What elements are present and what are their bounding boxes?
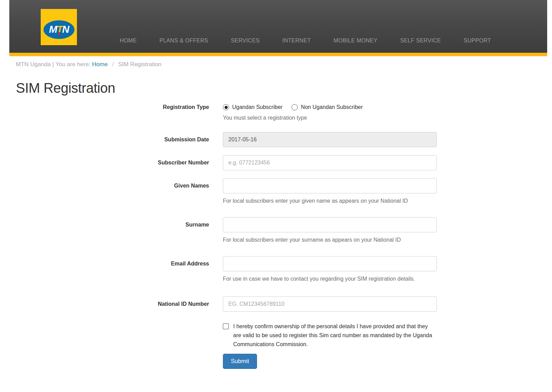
form-row-registration-type: Registration Type Ugandan Subscriber Non… (0, 103, 552, 122)
radio-label-non-ugandan: Non Ugandan Subscriber (301, 104, 363, 110)
nav-item-home[interactable]: HOME (120, 38, 137, 44)
form-row-consent: I hereby confirm ownership of the person… (0, 322, 552, 349)
radio-icon-ugandan-selected[interactable] (223, 104, 229, 110)
breadcrumb-separator: / (112, 61, 114, 68)
registration-type-options: Ugandan Subscriber Non Ugandan Subscribe… (223, 103, 437, 110)
form-row-email: Email Address For use in case we have to… (0, 256, 552, 283)
nav-item-internet[interactable]: INTERNET (282, 38, 310, 44)
site-header: MTN HOME PLANS & OFFERS SERVICES INTERNE… (9, 0, 547, 56)
submission-date-field[interactable] (223, 132, 437, 147)
form-row-national-id: National ID Number (0, 296, 552, 312)
radio-label-ugandan: Ugandan Subscriber (232, 104, 283, 110)
page-title: SIM Registration (16, 80, 552, 96)
logo-letter-m: M (49, 24, 57, 34)
form-row-submission-date: Submission Date (0, 132, 552, 147)
given-names-field[interactable] (223, 178, 437, 193)
subscriber-number-field[interactable] (223, 155, 437, 170)
radio-icon-non-ugandan[interactable] (292, 104, 298, 110)
breadcrumb-prefix: MTN Uganda | You are here: (16, 61, 90, 68)
national-id-field[interactable] (223, 296, 437, 312)
nav-item-support[interactable]: SUPPORT (464, 38, 491, 44)
form-row-given-names: Given Names For local subscribers enter … (0, 178, 552, 205)
surname-field[interactable] (223, 217, 437, 232)
breadcrumb: MTN Uganda | You are here: Home / SIM Re… (16, 61, 552, 68)
main-nav: HOME PLANS & OFFERS SERVICES INTERNET MO… (120, 38, 491, 44)
national-id-label: National ID Number (0, 296, 209, 312)
sim-registration-form: Registration Type Ugandan Subscriber Non… (0, 103, 552, 369)
breadcrumb-home-link[interactable]: Home (92, 61, 108, 68)
subscriber-number-label: Subscriber Number (0, 155, 209, 170)
radio-option-non-ugandan-subscriber[interactable]: Non Ugandan Subscriber (292, 104, 363, 110)
form-row-surname: Surname For local subscribers enter your… (0, 217, 552, 244)
given-names-helper: For local subscribers enter your given n… (223, 197, 437, 205)
consent-label-spacer (0, 322, 209, 349)
radio-option-ugandan-subscriber[interactable]: Ugandan Subscriber (223, 104, 283, 110)
breadcrumb-current: SIM Registration (118, 61, 161, 68)
nav-item-plans-offers[interactable]: PLANS & OFFERS (159, 38, 208, 44)
logo-t-red-accent (58, 32, 60, 35)
email-label: Email Address (0, 256, 209, 283)
consent-checkbox-icon[interactable] (223, 323, 229, 329)
mtn-logo[interactable]: MTN (41, 9, 77, 45)
form-row-subscriber-number: Subscriber Number (0, 155, 552, 170)
mtn-logo-oval: MTN (44, 21, 74, 38)
form-row-submit: Submit (0, 354, 552, 369)
nav-item-self-service[interactable]: SELF SERVICE (400, 38, 441, 44)
surname-label: Surname (0, 217, 209, 244)
registration-type-label: Registration Type (0, 103, 209, 122)
nav-item-mobile-money[interactable]: MOBILE MONEY (334, 38, 377, 44)
given-names-label: Given Names (0, 178, 209, 205)
surname-helper: For local subscribers enter your surname… (223, 235, 437, 244)
logo-letter-n: N (62, 24, 69, 34)
email-helper: For use in case we have to contact you r… (223, 274, 425, 283)
consent-text: I hereby confirm ownership of the person… (233, 322, 435, 349)
submit-label-spacer (0, 354, 209, 369)
submission-date-label: Submission Date (0, 132, 209, 147)
registration-type-helper: You must select a registration type (223, 113, 437, 122)
submit-button[interactable]: Submit (223, 354, 257, 369)
nav-item-services[interactable]: SERVICES (231, 38, 259, 44)
consent-row: I hereby confirm ownership of the person… (223, 322, 437, 349)
email-field[interactable] (223, 256, 437, 271)
